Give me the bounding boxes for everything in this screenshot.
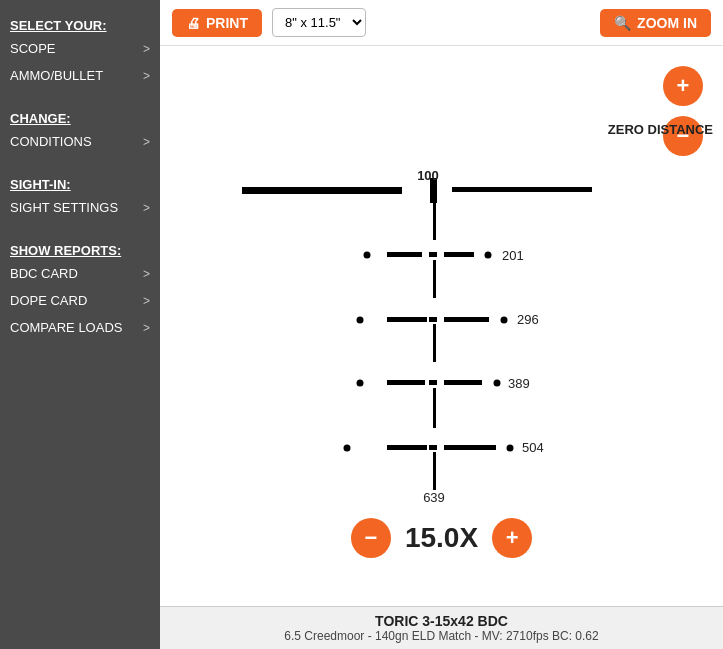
sidebar-item-sight-settings[interactable]: SIGHT SETTINGS > <box>0 194 160 221</box>
reticle-svg: 100 201 <box>212 90 672 510</box>
svg-text:100: 100 <box>417 168 439 183</box>
sidebar-item-bdc-card[interactable]: BDC CARD > <box>0 260 160 287</box>
reticle-container: 100 201 <box>212 90 672 510</box>
svg-rect-25 <box>433 388 436 428</box>
svg-point-30 <box>506 445 513 452</box>
svg-rect-32 <box>433 452 436 490</box>
sight-chevron-icon: > <box>143 201 150 215</box>
svg-rect-28 <box>429 445 437 450</box>
select-your-label: SELECT YOUR: <box>0 10 160 35</box>
svg-rect-11 <box>433 260 436 298</box>
mag-minus-button[interactable]: − <box>351 518 391 558</box>
sidebar-item-compare-loads[interactable]: COMPARE LOADS > <box>0 314 160 341</box>
svg-rect-6 <box>387 252 422 257</box>
scope-name: TORIC 3-15x42 BDC <box>170 613 713 629</box>
bdc-chevron-icon: > <box>143 267 150 281</box>
sidebar: SELECT YOUR: SCOPE > AMMO/BULLET > CHANG… <box>0 0 160 649</box>
sidebar-item-scope[interactable]: SCOPE > <box>0 35 160 62</box>
svg-point-12 <box>356 317 363 324</box>
svg-rect-20 <box>387 380 425 385</box>
svg-rect-22 <box>444 380 482 385</box>
ammo-info: 6.5 Creedmoor - 140gn ELD Match - MV: 27… <box>170 629 713 643</box>
print-label: PRINT <box>206 15 248 31</box>
svg-rect-2 <box>452 187 592 192</box>
zoom-icon: 🔍 <box>614 15 631 31</box>
svg-point-16 <box>500 317 507 324</box>
compare-chevron-icon: > <box>143 321 150 335</box>
reports-label: SHOW REPORTS: <box>0 235 160 260</box>
svg-rect-8 <box>444 252 474 257</box>
svg-text:296: 296 <box>517 312 539 327</box>
sightin-label: SIGHT-IN: <box>0 169 160 194</box>
svg-point-5 <box>363 252 370 259</box>
zoom-in-button[interactable]: 🔍 ZOOM IN <box>600 9 711 37</box>
paper-size-select[interactable]: 8" x 11.5" 8.5" x 11" A4 <box>272 8 366 37</box>
dope-card-label: DOPE CARD <box>10 293 87 308</box>
print-button[interactable]: 🖨 PRINT <box>172 9 262 37</box>
svg-point-26 <box>343 445 350 452</box>
sidebar-item-dope-card[interactable]: DOPE CARD > <box>0 287 160 314</box>
ammo-label: AMMO/BULLET <box>10 68 103 83</box>
svg-point-19 <box>356 380 363 387</box>
conditions-chevron-icon: > <box>143 135 150 149</box>
ammo-chevron-icon: > <box>143 69 150 83</box>
svg-rect-15 <box>444 317 489 322</box>
svg-rect-29 <box>444 445 496 450</box>
magnification-value: 15.0X <box>405 522 478 554</box>
svg-rect-0 <box>242 187 402 194</box>
svg-rect-27 <box>387 445 427 450</box>
print-icon: 🖨 <box>186 15 200 31</box>
svg-text:201: 201 <box>502 248 524 263</box>
svg-rect-21 <box>429 380 437 385</box>
svg-text:389: 389 <box>508 376 530 391</box>
scope-area: + − ZERO DISTANCE 100 <box>160 46 723 606</box>
svg-point-23 <box>493 380 500 387</box>
change-label: CHANGE: <box>0 103 160 128</box>
svg-rect-14 <box>429 317 437 322</box>
svg-rect-13 <box>387 317 427 322</box>
bdc-card-label: BDC CARD <box>10 266 78 281</box>
toolbar: 🖨 PRINT 8" x 11.5" 8.5" x 11" A4 🔍 ZOOM … <box>160 0 723 46</box>
svg-text:504: 504 <box>522 440 544 455</box>
svg-rect-18 <box>433 324 436 362</box>
sight-settings-label: SIGHT SETTINGS <box>10 200 118 215</box>
main-content: 🖨 PRINT 8" x 11.5" 8.5" x 11" A4 🔍 ZOOM … <box>160 0 723 649</box>
magnification-controls: − 15.0X + <box>351 518 532 558</box>
conditions-label: CONDITIONS <box>10 134 92 149</box>
svg-rect-4 <box>433 202 436 240</box>
scope-chevron-icon: > <box>143 42 150 56</box>
svg-text:639: 639 <box>423 490 445 505</box>
svg-point-9 <box>484 252 491 259</box>
dope-chevron-icon: > <box>143 294 150 308</box>
scope-label: SCOPE <box>10 41 56 56</box>
sidebar-item-conditions[interactable]: CONDITIONS > <box>0 128 160 155</box>
mag-plus-button[interactable]: + <box>492 518 532 558</box>
zoom-in-label: ZOOM IN <box>637 15 697 31</box>
svg-rect-7 <box>429 252 437 257</box>
footer-info: TORIC 3-15x42 BDC 6.5 Creedmoor - 140gn … <box>160 606 723 649</box>
compare-loads-label: COMPARE LOADS <box>10 320 122 335</box>
sidebar-item-ammo[interactable]: AMMO/BULLET > <box>0 62 160 89</box>
